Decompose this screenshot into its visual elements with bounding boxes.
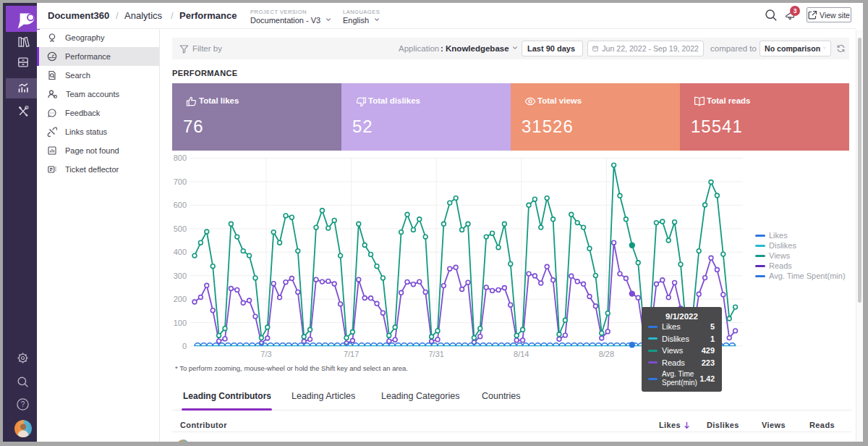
- svg-text:8/28: 8/28: [599, 350, 614, 358]
- svg-text:200: 200: [174, 295, 187, 303]
- svg-text:700: 700: [174, 177, 187, 186]
- svg-text:7/31: 7/31: [428, 350, 443, 358]
- svg-text:8/14: 8/14: [514, 350, 529, 358]
- svg-text:300: 300: [174, 272, 187, 280]
- svg-text:400: 400: [174, 248, 187, 256]
- svg-text:500: 500: [174, 224, 187, 233]
- svg-text:800: 800: [174, 153, 187, 162]
- svg-text:?: ?: [21, 400, 25, 408]
- svg-text:7/17: 7/17: [344, 350, 359, 358]
- svg-text:600: 600: [174, 201, 187, 209]
- svg-text:7/3: 7/3: [260, 350, 271, 358]
- svg-text:0: 0: [182, 342, 187, 350]
- svg-text:100: 100: [174, 319, 187, 327]
